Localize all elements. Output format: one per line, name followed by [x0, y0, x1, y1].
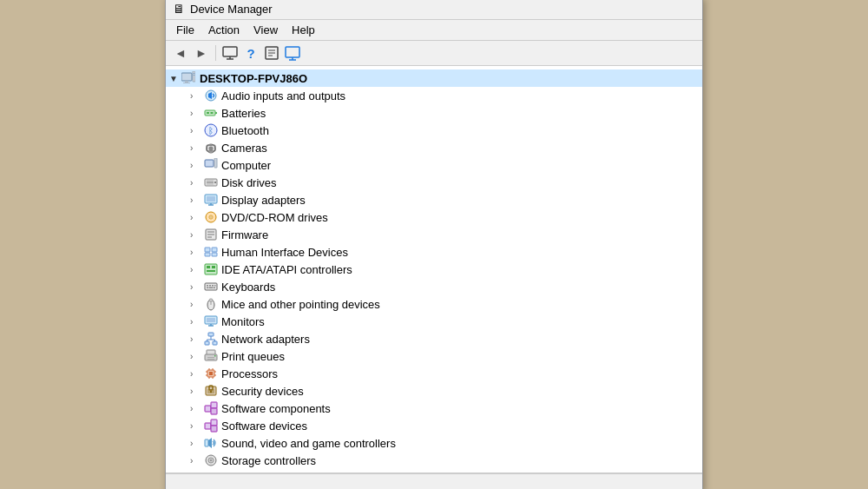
svg-rect-48 [212, 253, 217, 256]
tree-item-firmware[interactable]: › Firmware [166, 226, 702, 243]
svg-rect-81 [209, 372, 213, 375]
status-bar [166, 473, 702, 489]
help-button[interactable]: ? [241, 43, 260, 63]
toolbar-separator-1 [215, 45, 216, 61]
processors-expand: › [190, 369, 201, 379]
computer-button[interactable] [220, 43, 240, 63]
dvd-icon [204, 210, 218, 224]
firmware-label: Firmware [221, 228, 268, 241]
tree-item-security[interactable]: › Security devices [166, 382, 702, 400]
tree-item-processors[interactable]: › Processors [166, 365, 702, 382]
tree-item-computer[interactable]: › Computer [166, 156, 702, 174]
processors-label: Processors [221, 367, 278, 380]
svg-rect-0 [223, 47, 237, 56]
svg-rect-52 [207, 270, 215, 272]
software-comp-icon [204, 401, 218, 415]
hid-label: Human Interface Devices [221, 246, 348, 259]
audio-expand: › [190, 91, 201, 101]
menu-bar: File Action View Help [166, 20, 702, 41]
root-computer-icon [181, 71, 195, 85]
software-comp-label: Software components [221, 402, 331, 415]
keyboards-label: Keyboards [221, 281, 275, 294]
svg-rect-55 [209, 285, 211, 287]
cameras-label: Cameras [221, 142, 267, 155]
svg-rect-96 [211, 408, 217, 414]
device-manager-window: 🖥 Device Manager File Action View Help ◄… [165, 0, 703, 489]
tree-item-software-dev[interactable]: › Software devices [166, 417, 702, 434]
batteries-label: Batteries [221, 107, 266, 120]
storage-label: Storage controllers [221, 454, 316, 467]
svg-rect-13 [193, 71, 195, 82]
svg-rect-69 [205, 341, 209, 345]
svg-rect-77 [207, 357, 214, 358]
title-bar-icon: 🖥 [173, 2, 185, 16]
software-dev-label: Software devices [221, 420, 307, 433]
tree-item-dvd[interactable]: › DVD/CD-ROM drives [166, 208, 702, 226]
disk-icon [204, 175, 218, 189]
mice-expand: › [190, 300, 201, 309]
tree-item-sound[interactable]: › Sound, video and game controllers [166, 434, 702, 452]
tree-item-display[interactable]: › Display adapters [166, 191, 702, 208]
svg-rect-26 [208, 144, 212, 146]
sound-expand: › [190, 439, 201, 448]
firmware-icon [204, 228, 218, 241]
keyboards-expand: › [190, 282, 201, 292]
dvd-label: DVD/CD-ROM drives [221, 211, 328, 224]
svg-text:ᛒ: ᛒ [208, 126, 214, 135]
tree-item-batteries[interactable]: › Batteries [166, 104, 702, 122]
monitors-expand: › [190, 317, 201, 327]
tree-item-software-comp[interactable]: › Software components [166, 400, 702, 417]
cameras-icon [204, 141, 218, 155]
ide-expand: › [190, 265, 201, 274]
tree-item-monitors[interactable]: › Monitors [166, 313, 702, 330]
forward-button[interactable]: ► [192, 43, 211, 63]
menu-file[interactable]: File [169, 22, 201, 38]
svg-rect-98 [211, 420, 217, 426]
svg-point-24 [209, 147, 214, 151]
root-expand-arrow: ▼ [169, 74, 180, 83]
svg-rect-27 [205, 160, 214, 167]
tree-item-bluetooth[interactable]: › ᛒ Bluetooth [166, 122, 702, 139]
cameras-expand: › [190, 143, 201, 153]
properties-button[interactable] [262, 43, 281, 63]
security-expand: › [190, 387, 201, 396]
menu-help[interactable]: Help [285, 22, 322, 38]
audio-label: Audio inputs and outputs [221, 89, 345, 102]
menu-action[interactable]: Action [201, 22, 247, 38]
tree-item-print[interactable]: › Print queues [166, 347, 702, 365]
tree-item-hid[interactable]: › Human Interface Devices [166, 243, 702, 261]
tree-item-storage[interactable]: › Storage controllers [166, 452, 702, 469]
keyboards-icon [204, 280, 218, 294]
tree-item-network[interactable]: › Network adapters [166, 330, 702, 347]
computer-label: Computer [221, 159, 271, 172]
svg-rect-60 [214, 287, 215, 289]
svg-rect-78 [207, 359, 214, 360]
sound-icon [204, 436, 218, 450]
tree-item-cameras[interactable]: › Cameras [166, 139, 702, 156]
svg-rect-94 [205, 406, 211, 412]
svg-rect-14 [194, 73, 195, 74]
disk-label: Disk drives [221, 176, 277, 189]
network-expand: › [190, 334, 201, 344]
tree-item-ide[interactable]: › IDE ATA/ATAPI controllers [166, 261, 702, 278]
svg-rect-17 [205, 110, 215, 116]
display-icon [285, 45, 300, 61]
tree-root[interactable]: ▼ DESKTOP-FPVJ86O [166, 69, 702, 87]
svg-rect-100 [205, 439, 208, 446]
hid-expand: › [190, 248, 201, 257]
tree-item-mice[interactable]: › Mice and other pointing devices [166, 295, 702, 313]
disk-expand: › [190, 178, 201, 188]
back-button[interactable]: ◄ [171, 43, 190, 63]
properties-icon [264, 45, 279, 61]
print-icon [204, 349, 218, 363]
root-label: DESKTOP-FPVJ86O [200, 72, 307, 85]
tree-item-disk[interactable]: › Disk drives [166, 174, 702, 191]
display-button[interactable] [283, 43, 302, 63]
tree-item-audio[interactable]: › Audio inputs and outputs [166, 87, 702, 104]
menu-view[interactable]: View [247, 22, 285, 38]
computer-expand: › [190, 161, 201, 170]
tree-item-keyboards[interactable]: › Keyboards [166, 278, 702, 295]
svg-point-63 [209, 299, 213, 301]
svg-rect-65 [207, 318, 215, 322]
processors-icon [204, 367, 218, 380]
